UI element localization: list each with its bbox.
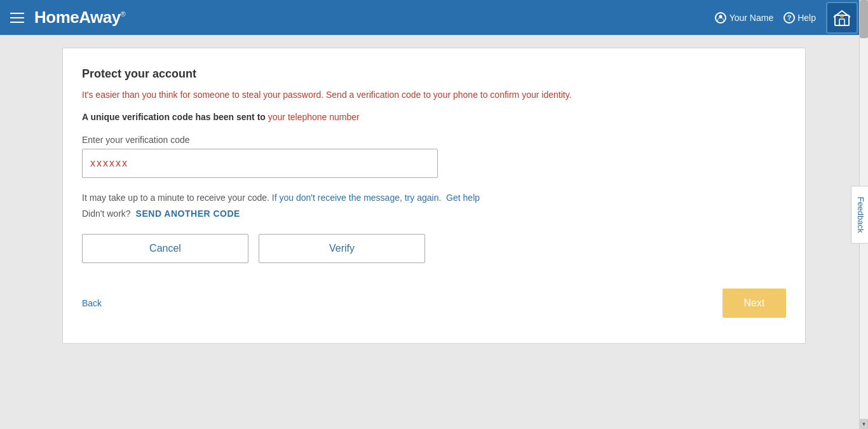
logo: HomeAway® — [34, 8, 125, 27]
verify-button[interactable]: Verify — [259, 234, 425, 263]
help-button[interactable]: ? Help — [783, 12, 816, 24]
header: HomeAway® Your Name ? Help — [0, 0, 868, 35]
form-subtitle: It's easier than you think for someone t… — [82, 88, 786, 102]
back-link[interactable]: Back — [82, 298, 102, 308]
bottom-row: Back Next — [82, 289, 786, 318]
header-left: HomeAway® — [10, 8, 125, 27]
home-button[interactable] — [826, 2, 858, 34]
help-label: Help — [797, 13, 816, 23]
help-text: It may take up to a minute to receive yo… — [82, 191, 786, 205]
send-another-code-button[interactable]: SEND ANOTHER CODE — [136, 208, 240, 219]
header-right: Your Name ? Help — [715, 2, 858, 34]
user-name-label: Your Name — [729, 13, 774, 23]
sent-message: A unique verification code has been sent… — [82, 112, 786, 122]
phone-link: your telephone number — [268, 112, 360, 122]
feedback-tab[interactable]: Feedback — [851, 186, 868, 243]
didnt-work-text: Didn't work? — [82, 208, 131, 219]
user-icon — [715, 12, 726, 24]
main-content: Protect your account It's easier than yo… — [0, 35, 868, 357]
verification-code-input[interactable] — [82, 149, 438, 178]
scrollbar-down-arrow[interactable]: ▼ — [860, 419, 868, 429]
scrollbar-thumb[interactable] — [860, 0, 868, 38]
didnt-work-row: Didn't work? SEND ANOTHER CODE — [82, 208, 786, 219]
form-title: Protect your account — [82, 67, 786, 81]
feedback-label: Feedback — [856, 196, 865, 233]
cancel-button[interactable]: Cancel — [82, 234, 248, 263]
help-icon: ? — [783, 12, 795, 24]
logo-sup: ® — [121, 10, 126, 18]
form-card: Protect your account It's easier than yo… — [62, 48, 806, 344]
sent-message-prefix: A unique verification code has been sent… — [82, 112, 268, 122]
user-name-button[interactable]: Your Name — [715, 12, 774, 24]
hamburger-menu[interactable] — [10, 13, 24, 23]
get-help-link[interactable]: Get help — [446, 193, 480, 203]
input-label: Enter your verification code — [82, 135, 786, 145]
svg-rect-2 — [839, 19, 844, 25]
next-button[interactable]: Next — [722, 289, 786, 318]
help-text-content: It may take up to a minute to receive yo… — [82, 193, 441, 203]
if-dont-receive-link[interactable]: If you don't receive the message, try ag… — [272, 193, 442, 203]
action-buttons-row: Cancel Verify — [82, 234, 786, 263]
